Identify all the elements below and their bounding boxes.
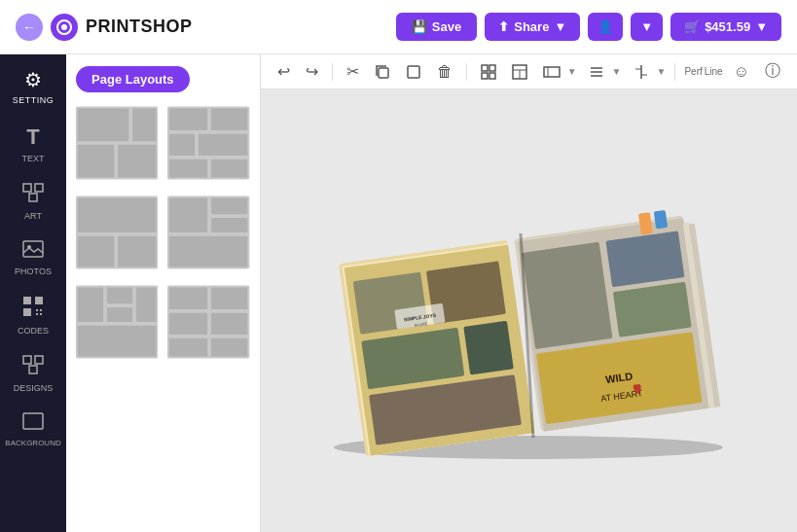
sidebar-item-background[interactable]: BACKGROUND [0, 403, 66, 458]
layout-thumb-2[interactable] [167, 104, 249, 182]
svg-rect-31 [78, 197, 157, 232]
svg-rect-14 [23, 356, 31, 364]
save-button[interactable]: 💾 Save [396, 13, 477, 41]
layout-row-1 [76, 104, 250, 182]
sidebar-item-setting[interactable]: ⚙ SETTING [0, 58, 66, 115]
spacing-button[interactable] [628, 61, 655, 83]
sidebar-item-photos[interactable]: PHOTOS [0, 231, 66, 286]
svg-rect-8 [35, 297, 43, 304]
user-icon: 👤 [598, 19, 613, 34]
svg-rect-9 [23, 308, 31, 316]
cart-button[interactable]: 🛒 $451.59 ▼ [670, 13, 781, 41]
svg-rect-56 [482, 73, 488, 79]
svg-rect-5 [23, 241, 43, 257]
sidebar-item-text[interactable]: T TEXT [0, 115, 66, 173]
text-icon: T [26, 124, 39, 150]
layout-thumb-4[interactable] [167, 194, 249, 271]
back-button[interactable]: ← [16, 14, 43, 41]
svg-rect-49 [211, 313, 247, 335]
svg-rect-83 [523, 241, 613, 348]
svg-rect-47 [211, 287, 247, 308]
delete-button[interactable]: 🗑 [432, 60, 457, 84]
sidebar-item-designs[interactable]: DESIGNS [0, 345, 66, 403]
redo-button[interactable]: ↪ [301, 59, 323, 84]
svg-rect-38 [169, 236, 248, 267]
emoji-button[interactable]: ☺ [729, 60, 754, 84]
svg-rect-15 [35, 356, 43, 364]
layout-thumb-5[interactable] [76, 283, 158, 361]
svg-rect-22 [118, 145, 156, 178]
layout-thumb-3[interactable] [76, 194, 158, 271]
svg-rect-21 [78, 145, 114, 178]
sidebar-item-codes[interactable]: CODES [0, 286, 66, 345]
save-icon: 💾 [412, 19, 427, 34]
spacing-chevron: ▼ [657, 66, 667, 77]
sidebar-label-photos: PHOTOS [15, 266, 52, 276]
share-chevron-icon: ▼ [554, 19, 566, 34]
chevron-down-icon: ▼ [640, 19, 653, 34]
svg-rect-53 [408, 66, 419, 78]
header-right: 💾 Save ⬆ Share ▼ 👤 ▼ 🛒 $451.59 ▼ [396, 13, 781, 41]
sidebar-label-background: BACKGROUND [5, 439, 60, 448]
logo-text: PRINTSHOP [86, 17, 193, 37]
layout-row-3 [76, 283, 250, 361]
copy-button[interactable] [370, 61, 395, 83]
spacing-group: ▼ [628, 61, 667, 83]
size-group: ▼ [538, 61, 577, 83]
share-icon: ⬆ [498, 19, 509, 34]
table-button[interactable] [507, 61, 532, 83]
svg-rect-41 [107, 287, 132, 303]
line-label: Line [705, 66, 723, 78]
share-button[interactable]: ⬆ Share ▼ [485, 13, 580, 41]
header-left: ← PRINTSHOP [16, 14, 193, 41]
layout-row-2 [76, 194, 250, 271]
svg-rect-43 [107, 307, 132, 322]
user-button[interactable]: 👤 [588, 13, 623, 41]
cut-button[interactable]: ✂ [342, 59, 364, 84]
undo-button[interactable]: ↩ [272, 59, 295, 84]
toolbar-separator-1 [332, 63, 333, 81]
art-icon [22, 183, 44, 207]
svg-rect-4 [29, 194, 37, 201]
svg-rect-57 [489, 73, 495, 79]
svg-rect-29 [211, 160, 247, 178]
svg-rect-12 [36, 313, 38, 315]
align-group: ▼ [583, 61, 622, 83]
sidebar-label-setting: SETTING [13, 95, 54, 105]
svg-rect-42 [136, 287, 157, 322]
sidebar-label-text: TEXT [22, 154, 45, 163]
paste-button[interactable] [401, 61, 426, 83]
codes-icon [22, 296, 44, 322]
svg-rect-54 [482, 65, 488, 71]
sidebar: ⚙ SETTING T TEXT ART PHOTOS CODES [0, 54, 66, 532]
setting-icon: ⚙ [24, 68, 42, 91]
svg-rect-28 [169, 160, 207, 178]
svg-rect-46 [169, 287, 207, 308]
svg-rect-52 [379, 68, 388, 78]
toolbar-separator-2 [466, 63, 467, 81]
grid-button[interactable] [476, 61, 501, 83]
svg-rect-32 [78, 236, 114, 267]
cart-chevron-icon: ▼ [755, 19, 768, 34]
layouts-panel: Page Layouts [66, 54, 261, 532]
panel-title: Page Layouts [76, 66, 190, 92]
user-dropdown-button[interactable]: ▼ [631, 13, 663, 41]
svg-rect-24 [169, 108, 207, 129]
align-button[interactable] [583, 61, 610, 83]
svg-rect-10 [36, 309, 38, 311]
layout-thumb-1[interactable] [76, 104, 158, 182]
svg-rect-76 [464, 320, 515, 374]
perf-group: PerfLine [684, 66, 722, 78]
sidebar-item-art[interactable]: ART [0, 173, 66, 231]
svg-rect-3 [35, 184, 43, 192]
svg-rect-33 [118, 236, 156, 267]
perf-label: Perf [684, 66, 702, 78]
size-chevron: ▼ [567, 66, 577, 77]
resize-button[interactable] [538, 61, 565, 83]
info-button[interactable]: ⓘ [760, 58, 785, 85]
svg-point-1 [61, 24, 67, 30]
main-layout: ⚙ SETTING T TEXT ART PHOTOS CODES [0, 54, 797, 532]
share-label: Share [514, 19, 549, 34]
svg-rect-25 [211, 108, 247, 129]
layout-thumb-6[interactable] [167, 283, 249, 361]
